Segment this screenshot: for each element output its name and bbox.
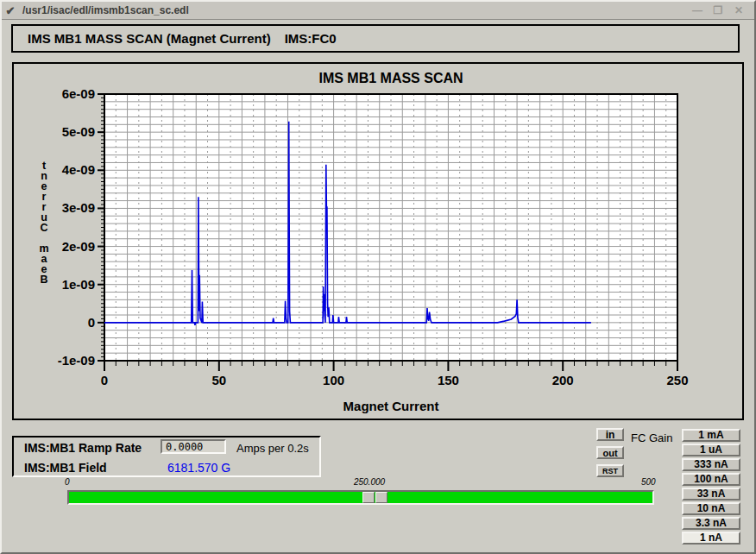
- x-tick-label: 200: [537, 373, 589, 387]
- slider-max-label: 500: [641, 477, 656, 487]
- ramp-rate-units: Amps per 0.2s: [236, 442, 309, 455]
- fc-gain-label: FC Gain: [631, 431, 672, 444]
- y-tick-label: 6e-09: [14, 86, 95, 102]
- y-tick-label: 4e-09: [14, 162, 95, 178]
- x-tick-label: 250: [652, 373, 703, 387]
- slider-thumb-right[interactable]: [375, 492, 387, 503]
- slider-value-label: 250.000: [345, 477, 394, 487]
- header-panel: IMS MB1 MASS SCAN (Magnet Current) IMS:F…: [11, 24, 740, 53]
- plot-border: [104, 94, 677, 361]
- y-axis-title: tnerruC maeB: [35, 161, 54, 285]
- fc-gain-button-3.3-na[interactable]: 3.3 nA: [682, 517, 740, 530]
- fc-gain-button-333-na[interactable]: 333 nA: [682, 458, 740, 471]
- x-tick-label: 100: [308, 373, 360, 387]
- chart-title: IMS MB1 MASS SCAN: [104, 71, 677, 86]
- fc-in-button[interactable]: in: [596, 428, 624, 441]
- x-tick-label: 150: [422, 373, 474, 387]
- field-value: 6181.570 G: [167, 461, 230, 475]
- y-tick-label: -1e-09: [14, 353, 95, 368]
- ramp-rate-label: IMS:MB1 Ramp Rate: [24, 441, 142, 455]
- y-tick-label: 1e-09: [14, 277, 95, 293]
- slider-min-label: 0: [65, 477, 70, 487]
- window-title: /usr1/isac/edl/imsmb1scan_sc.edl: [22, 4, 690, 16]
- fc-out-button[interactable]: out: [596, 446, 624, 459]
- fc-gain-button-1-ua[interactable]: 1 uA: [682, 444, 740, 456]
- fc-reset-button[interactable]: RST: [596, 464, 624, 477]
- fc-gain-button-10-na[interactable]: 10 nA: [682, 502, 740, 515]
- plot-area: [104, 94, 677, 361]
- field-label: IMS:MB1 Field: [24, 461, 107, 475]
- minimize-icon[interactable]: —: [690, 4, 704, 16]
- fc-gain-button-100-na[interactable]: 100 nA: [682, 473, 740, 486]
- ramp-panel: IMS:MB1 Ramp Rate Amps per 0.2s IMS:MB1 …: [12, 436, 321, 477]
- fc-gain-button-1-na[interactable]: 1 nA: [682, 532, 740, 545]
- slider-thumb[interactable]: [362, 492, 388, 503]
- page-title: IMS MB1 MASS SCAN (Magnet Current): [28, 31, 271, 46]
- fc-gain-button-33-na[interactable]: 33 nA: [682, 488, 740, 500]
- y-tick-label: 5e-09: [14, 124, 95, 140]
- titlebar[interactable]: ✔ /usr1/isac/edl/imsmb1scan_sc.edl — ❐ ✕: [2, 2, 754, 20]
- x-tick-label: 0: [79, 373, 130, 387]
- mass-scan-chart: IMS MB1 MASS SCAN tnerruC maeB Magnet Cu…: [12, 62, 744, 420]
- window-menu-icon[interactable]: ✔: [2, 4, 19, 17]
- magnet-current-slider[interactable]: [67, 490, 654, 505]
- y-tick-label: 2e-09: [14, 239, 95, 255]
- x-axis-title: Magnet Current: [104, 399, 677, 413]
- ramp-rate-input[interactable]: [161, 439, 226, 454]
- maximize-icon[interactable]: ❐: [711, 4, 725, 16]
- slider-thumb-left[interactable]: [362, 492, 375, 503]
- fc-gain-button-1-ma[interactable]: 1 mA: [682, 429, 740, 442]
- y-tick-label: 3e-09: [14, 200, 95, 216]
- y-tick-label: 0: [14, 315, 95, 331]
- close-icon[interactable]: ✕: [732, 4, 746, 16]
- x-tick-label: 50: [193, 373, 245, 387]
- faraday-cup-name: IMS:FC0: [285, 31, 337, 46]
